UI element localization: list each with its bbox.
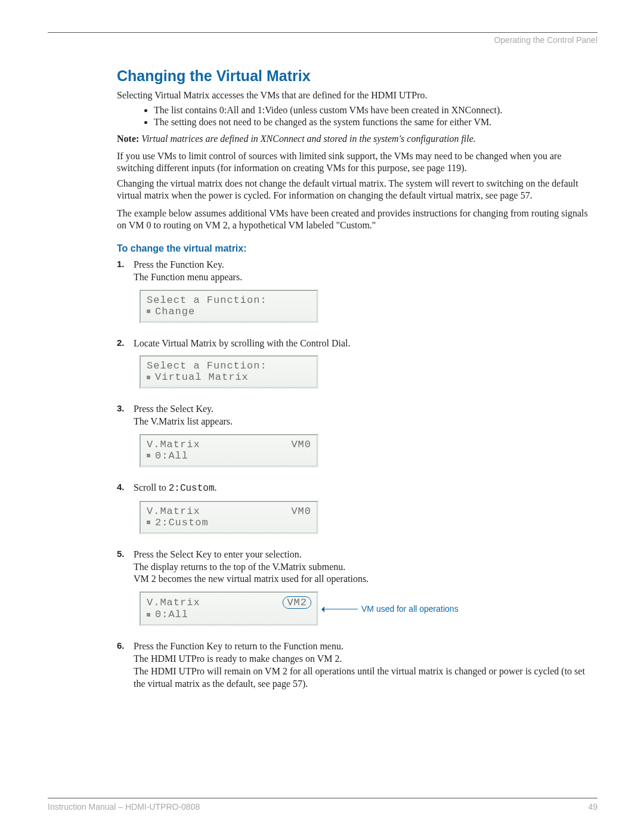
top-rule bbox=[48, 32, 597, 33]
step-line: The display returns to the top of the V.… bbox=[134, 561, 597, 574]
intro-paragraph: Selecting Virtual Matrix accesses the VM… bbox=[117, 89, 597, 101]
step-number: 6. bbox=[117, 640, 125, 651]
lcd-line-2: 2:Custom bbox=[147, 517, 311, 528]
step-number: 5. bbox=[117, 549, 125, 559]
note-body: Virtual matrices are defined in XNConnec… bbox=[141, 134, 476, 144]
step-line: Press the Select Key to enter your selec… bbox=[134, 549, 597, 561]
paragraph: If you use VMs to limit control of sourc… bbox=[117, 150, 597, 174]
lcd-line-1: Select a Function: bbox=[147, 360, 311, 371]
lcd-line-2: Change bbox=[147, 306, 311, 317]
step-line: Press the Function Key to return to the … bbox=[134, 640, 597, 653]
lcd-display: V.Matrix VM2 0:All bbox=[140, 592, 318, 626]
step-line: VM 2 becomes the new virtual matrix used… bbox=[134, 573, 597, 586]
lcd-left: V.Matrix bbox=[147, 506, 200, 517]
callout-annotation: VM used for all operations bbox=[322, 604, 459, 614]
header-section-name: Operating the Control Panel bbox=[48, 35, 597, 45]
footer-rule bbox=[48, 798, 597, 798]
lcd-right: VM0 bbox=[291, 439, 311, 450]
lcd-line-1: Select a Function: bbox=[147, 295, 311, 306]
lcd-left: V.Matrix bbox=[147, 597, 200, 608]
step-item: 2. Locate Virtual Matrix by scrolling wi… bbox=[117, 337, 597, 389]
step-item: 6. Press the Function Key to return to t… bbox=[117, 640, 597, 690]
footer-left: Instruction Manual – HDMI-UTPRO-0808 bbox=[48, 802, 200, 812]
intro-bullets: The list contains 0:All and 1:Video (unl… bbox=[154, 105, 597, 128]
step-item: 3. Press the Select Key. The V.Matrix li… bbox=[117, 403, 597, 467]
lcd-display: V.Matrix VM0 2:Custom bbox=[140, 501, 318, 534]
lcd-line-2: 0:All bbox=[147, 609, 311, 620]
step-line: The Function menu appears. bbox=[134, 271, 597, 284]
lcd-left: V.Matrix bbox=[147, 439, 200, 450]
step-item: 4. Scroll to 2:Custom. V.Matrix VM0 2:Cu… bbox=[117, 482, 597, 534]
lcd-pill-vm: VM2 bbox=[283, 596, 311, 609]
step-number: 2. bbox=[117, 337, 125, 348]
note-label: Note: bbox=[117, 134, 139, 144]
step-number: 3. bbox=[117, 403, 125, 413]
step-item: 1. Press the Function Key. The Function … bbox=[117, 259, 597, 323]
lcd-line-2: 0:All bbox=[147, 450, 311, 462]
step-number: 4. bbox=[117, 482, 125, 492]
note-line: Note: Virtual matrices are defined in XN… bbox=[117, 134, 597, 144]
page-title: Changing the Virtual Matrix bbox=[117, 67, 597, 85]
step-item: 5. Press the Select Key to enter your se… bbox=[117, 549, 597, 626]
page-number: 49 bbox=[588, 802, 597, 812]
step-line: Scroll to 2:Custom. bbox=[134, 482, 597, 495]
lcd-line-1: V.Matrix VM2 bbox=[147, 596, 311, 609]
paragraph: The example below assumes additional VMs… bbox=[117, 208, 597, 231]
bullet-item: The list contains 0:All and 1:Video (unl… bbox=[154, 105, 597, 116]
bullet-item: The setting does not need to be changed … bbox=[154, 117, 597, 128]
step-line: The HDMI UTPro is ready to make changes … bbox=[134, 653, 597, 665]
lcd-right: VM0 bbox=[291, 506, 311, 517]
procedure-heading: To change the virtual matrix: bbox=[117, 243, 597, 254]
lcd-display: Select a Function: Virtual Matrix bbox=[140, 355, 318, 389]
lcd-line-1: V.Matrix VM0 bbox=[147, 439, 311, 450]
step-line: The V.Matrix list appears. bbox=[134, 416, 597, 428]
lcd-line-1: V.Matrix VM0 bbox=[147, 506, 311, 517]
lcd-display: V.Matrix VM0 0:All bbox=[140, 434, 318, 467]
lcd-display: Select a Function: Change bbox=[140, 290, 318, 323]
step-number: 1. bbox=[117, 259, 125, 269]
lcd-line-2: Virtual Matrix bbox=[147, 371, 311, 383]
arrow-left-icon bbox=[322, 609, 358, 609]
step-line: Locate Virtual Matrix by scrolling with … bbox=[134, 337, 597, 350]
callout-label: VM used for all operations bbox=[361, 604, 459, 614]
step-line: The HDMI UTPro will remain on VM 2 for a… bbox=[134, 665, 597, 690]
paragraph: Changing the virtual matrix does not cha… bbox=[117, 178, 597, 202]
step-line: Press the Select Key. bbox=[134, 403, 597, 416]
step-line: Press the Function Key. bbox=[134, 259, 597, 271]
